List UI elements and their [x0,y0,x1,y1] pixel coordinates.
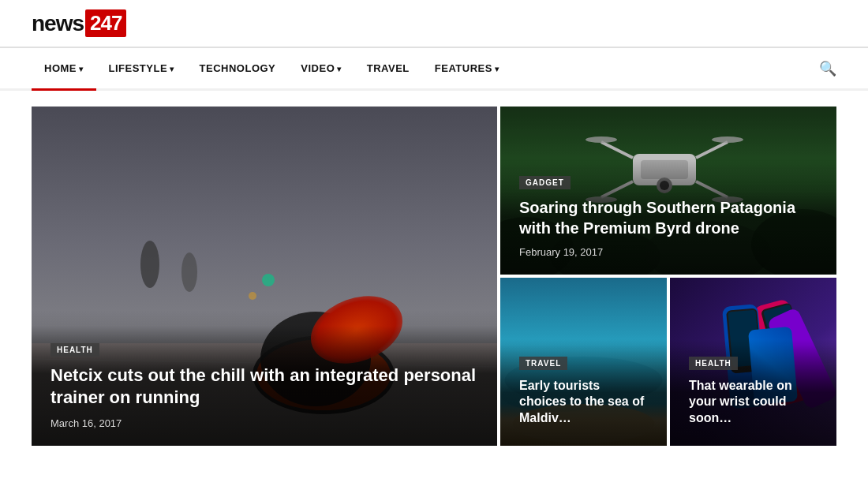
header: news247 [0,0,868,48]
article-right-top[interactable]: GADGET Soaring through Southern Patagoni… [500,107,836,275]
article-main-title: Netcix cuts out the chill with an integr… [51,364,478,409]
logo-badge: 247 [85,9,126,37]
nav-item-video[interactable]: VIDEO▾ [288,48,354,88]
nav-item-lifestyle[interactable]: LIFESTYLE▾ [96,48,187,88]
main-content: HEALTH Netcix cuts out the chill with an… [0,91,868,462]
nav-item-travel[interactable]: TRAVEL [354,48,422,88]
nav-item-home[interactable]: HOME▾ [32,48,96,88]
chevron-down-icon: ▾ [337,65,342,73]
article-right-top-date: February 19, 2017 [519,246,603,258]
featured-grid: HEALTH Netcix cuts out the chill with an… [32,107,836,446]
featured-bottom-row: TRAVEL Early tourists choices to the sea… [500,278,836,446]
nav-item-features[interactable]: FEATURES▾ [422,48,512,88]
article-main-overlay: HEALTH Netcix cuts out the chill with an… [32,326,497,446]
article-bottom-left-category: TRAVEL [519,357,567,370]
logo-text: news [32,11,84,36]
article-main-category: HEALTH [51,343,99,357]
article-bottom-right-overlay: HEALTH That wearable on your wrist could… [670,339,836,446]
article-bottom-left-title: Early tourists choices to the sea of Mal… [519,378,648,427]
article-right-top-overlay: GADGET Soaring through Southern Patagoni… [500,159,836,275]
chevron-down-icon: ▾ [170,65,174,73]
article-main-date: March 16, 2017 [51,417,122,429]
nav-item-technology[interactable]: TECHNOLOGY [187,48,289,88]
article-bottom-left[interactable]: TRAVEL Early tourists choices to the sea… [500,278,667,446]
search-icon[interactable]: 🔍 [819,60,836,77]
chevron-down-icon: ▾ [79,65,84,73]
article-right-top-title: Soaring through Southern Patagonia with … [519,197,817,238]
article-bottom-right-category: HEALTH [689,357,738,370]
navigation: HOME▾ LIFESTYLE▾ TECHNOLOGY VIDEO▾ TRAVE… [0,48,868,91]
nav-list: HOME▾ LIFESTYLE▾ TECHNOLOGY VIDEO▾ TRAVE… [32,48,511,88]
chevron-down-icon: ▾ [495,65,499,73]
logo[interactable]: news247 [32,9,126,37]
article-bottom-right[interactable]: HEALTH That wearable on your wrist could… [670,278,836,446]
article-bottom-left-overlay: TRAVEL Early tourists choices to the sea… [500,339,667,446]
article-bottom-right-title: That wearable on your wrist could soon… [689,378,817,427]
article-right-top-category: GADGET [519,176,571,189]
article-main[interactable]: HEALTH Netcix cuts out the chill with an… [32,107,497,446]
